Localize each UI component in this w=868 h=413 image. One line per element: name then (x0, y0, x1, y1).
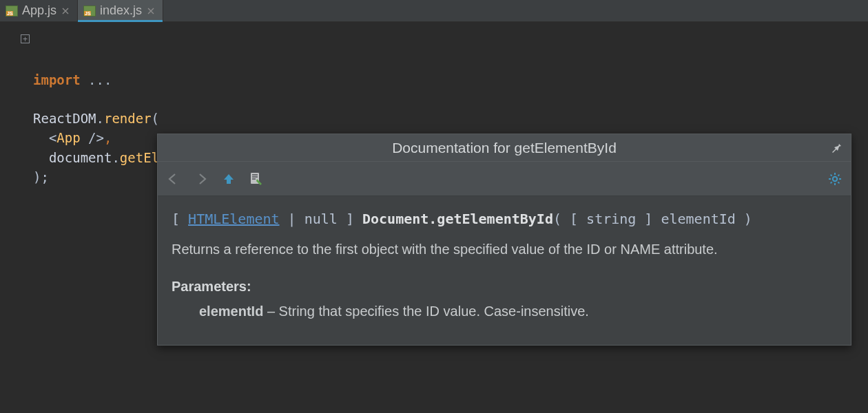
back-icon[interactable] (165, 170, 183, 188)
token-comma: , (104, 130, 112, 145)
token-close: ); (33, 169, 49, 184)
close-icon[interactable] (61, 6, 70, 16)
token-angle: /> (81, 130, 104, 145)
gear-icon[interactable] (826, 170, 844, 188)
documentation-popup: Documentation for getElementById (157, 134, 851, 346)
js-file-icon (6, 6, 18, 17)
svg-point-1 (833, 176, 837, 180)
js-file-icon (83, 6, 96, 17)
token-paren: ( (152, 111, 159, 126)
token-identifier: ReactDOM (33, 111, 96, 126)
token-identifier: document (49, 150, 112, 165)
edit-source-icon[interactable] (247, 170, 265, 188)
token-dot: . (96, 111, 104, 126)
doc-parameter: elementId – String that specifies the ID… (172, 301, 837, 321)
doc-type-link[interactable]: HTMLElement (188, 211, 279, 227)
tab-label: App.js (22, 3, 56, 18)
sig-method: getElementById (437, 211, 553, 227)
sig-bracket: [ (172, 211, 188, 227)
tab-label: index.js (100, 3, 142, 18)
tab-index-js[interactable]: index.js (78, 0, 163, 21)
doc-description: Returns a reference to the first object … (172, 239, 837, 260)
forward-icon[interactable] (192, 170, 210, 188)
tab-app-js[interactable]: App.js (0, 0, 78, 21)
param-desc: – String that specifies the ID value. Ca… (263, 304, 588, 319)
doc-popup-title-bar: Documentation for getElementById (158, 134, 851, 162)
close-icon[interactable] (146, 6, 156, 16)
doc-popup-toolbar (158, 162, 851, 196)
up-icon[interactable] (220, 170, 238, 188)
doc-parameters-heading: Parameters: (172, 276, 837, 297)
fold-expand-icon[interactable]: + (21, 34, 30, 43)
token-jsx-tag: App (56, 130, 80, 145)
param-name: elementId (199, 304, 263, 319)
token-ellipsis: ... (88, 72, 112, 87)
doc-signature: [ HTMLElement | null ] Document.getEleme… (172, 209, 837, 229)
sig-owner: Document. (362, 211, 437, 227)
doc-popup-body[interactable]: [ HTMLElement | null ] Document.getEleme… (158, 196, 851, 345)
sig-type-suffix: | null ] (280, 211, 354, 227)
token-dot: . (112, 150, 119, 165)
token-method: render (104, 111, 152, 126)
tab-bar: App.js index.js (0, 0, 868, 22)
token-angle: < (49, 130, 56, 145)
pin-icon[interactable] (829, 140, 844, 155)
token-keyword: import (33, 72, 81, 87)
sig-params: ( [ string ] elementId ) (553, 211, 752, 227)
doc-popup-title: Documentation for getElementById (392, 140, 617, 156)
